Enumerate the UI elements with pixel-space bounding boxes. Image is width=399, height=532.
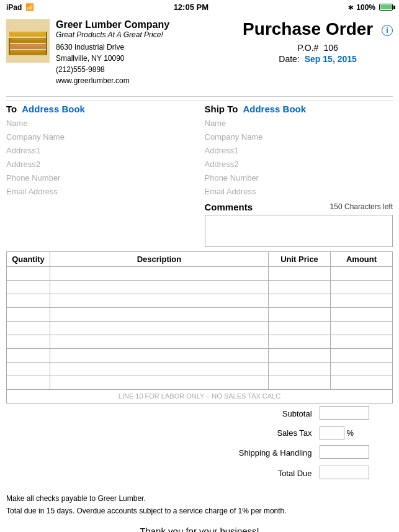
to-name-field[interactable]: Name (6, 117, 200, 130)
cell-amount-8[interactable] (331, 362, 393, 376)
to-company-field[interactable]: Company Name (6, 130, 200, 144)
cell-unit-2[interactable] (269, 280, 331, 294)
shipto-email-field[interactable]: Email Address (205, 185, 393, 199)
comments-block: Comments 150 Characters left (200, 202, 393, 249)
to-label: To (6, 104, 17, 114)
cell-unit-4[interactable] (269, 307, 331, 321)
cell-unit-5[interactable] (269, 321, 331, 335)
po-table: Quantity Description Unit Price Amount L… (6, 251, 393, 404)
comments-input[interactable] (205, 215, 393, 247)
cell-amount-6[interactable] (331, 335, 393, 348)
col-header-quantity: Quantity (7, 251, 50, 266)
table-row (7, 335, 393, 348)
cell-desc-1[interactable] (50, 266, 269, 280)
cell-amount-9[interactable] (331, 376, 393, 389)
cell-amount-2[interactable] (331, 280, 393, 294)
cell-unit-7[interactable] (269, 348, 331, 362)
comments-chars: 150 Characters left (330, 202, 393, 211)
table-row (7, 280, 393, 294)
cell-unit-6[interactable] (269, 335, 331, 348)
table-row (7, 362, 393, 376)
po-label: P.O.# (297, 43, 318, 53)
status-bar: iPad 📶 12:05 PM ∗ 100% (0, 0, 399, 14)
subtotal-input[interactable] (320, 406, 369, 420)
shipto-company-field[interactable]: Company Name (205, 130, 393, 144)
cell-desc-7[interactable] (50, 348, 269, 362)
cell-unit-8[interactable] (269, 362, 331, 376)
to-section: To Address Book Name Company Name Addres… (6, 101, 200, 202)
cell-qty-3[interactable] (7, 294, 50, 307)
info-icon[interactable]: i (382, 25, 393, 36)
svg-rect-1 (9, 38, 47, 43)
col-header-description: Description (50, 251, 269, 266)
table-row (7, 307, 393, 321)
col-header-amount: Amount (331, 251, 393, 266)
cell-qty-5[interactable] (7, 321, 50, 335)
cell-qty-8[interactable] (7, 362, 50, 376)
table-row (7, 266, 393, 280)
to-address1-field[interactable]: Address1 (6, 144, 200, 158)
status-left: iPad 📶 (6, 3, 34, 12)
cell-qty-6[interactable] (7, 335, 50, 348)
total-due-row: Total Due (207, 463, 393, 484)
total-due-input[interactable] (320, 466, 369, 479)
shipto-address-book-link[interactable]: Address Book (243, 104, 306, 114)
svg-rect-3 (9, 50, 47, 55)
subtotal-input-cell (316, 404, 393, 424)
date-label: Date: (279, 54, 299, 64)
cell-desc-8[interactable] (50, 362, 269, 376)
cell-qty-1[interactable] (7, 266, 50, 280)
cell-amount-7[interactable] (331, 348, 393, 362)
sales-tax-input[interactable] (320, 426, 344, 440)
to-address-book-link[interactable]: Address Book (22, 104, 85, 114)
mid-section: To Address Book Name Company Name Addres… (6, 101, 393, 202)
cell-desc-6[interactable] (50, 335, 269, 348)
table-row (7, 321, 393, 335)
to-header: To Address Book (6, 104, 200, 114)
cell-amount-4[interactable] (331, 307, 393, 321)
shipping-row: Shipping & Handling (207, 443, 393, 463)
comments-section: Comments 150 Characters left (6, 202, 393, 249)
cell-amount-5[interactable] (331, 321, 393, 335)
percent-symbol: % (347, 428, 354, 438)
to-phone-field[interactable]: Phone Number (6, 171, 200, 185)
cell-desc-5[interactable] (50, 321, 269, 335)
shipto-phone-field[interactable]: Phone Number (205, 171, 393, 185)
to-address2-field[interactable]: Address2 (6, 158, 200, 171)
po-date-row: Date: Sep 15, 2015 (243, 54, 393, 64)
cell-desc-3[interactable] (50, 294, 269, 307)
shipto-address1-field[interactable]: Address1 (205, 144, 393, 158)
cell-amount-1[interactable] (331, 266, 393, 280)
cell-unit-9[interactable] (269, 376, 331, 389)
to-email-field[interactable]: Email Address (6, 185, 200, 199)
shipto-address2-field[interactable]: Address2 (205, 158, 393, 171)
address-phone: (212)555-9898 (56, 65, 105, 74)
cell-qty-4[interactable] (7, 307, 50, 321)
cell-desc-4[interactable] (50, 307, 269, 321)
cell-qty-9[interactable] (7, 376, 50, 389)
total-due-label: Total Due (207, 463, 316, 484)
logo-svg (6, 19, 50, 63)
cell-qty-2[interactable] (7, 280, 50, 294)
carrier-label: iPad (6, 3, 22, 12)
status-right: ∗ 100% (347, 3, 393, 12)
page-content: Greer Lumber Company Great Products At A… (0, 14, 399, 532)
cell-qty-7[interactable] (7, 348, 50, 362)
cell-unit-3[interactable] (269, 294, 331, 307)
address-website: www.greerlumber.com (56, 76, 130, 85)
shipping-label: Shipping & Handling (207, 443, 316, 463)
cell-unit-1[interactable] (269, 266, 331, 280)
cell-desc-9[interactable] (50, 376, 269, 389)
svg-rect-4 (9, 32, 47, 37)
company-name: Greer Lumber Company (56, 19, 169, 30)
shipping-input[interactable] (320, 445, 369, 459)
cell-desc-2[interactable] (50, 280, 269, 294)
shipto-comments-section: Ship To Address Book Name Company Name A… (200, 101, 393, 202)
cell-amount-3[interactable] (331, 294, 393, 307)
company-logo (6, 19, 50, 63)
table-row (7, 348, 393, 362)
date-value: Sep 15, 2015 (305, 54, 357, 64)
totals-table: Subtotal Sales Tax % Shipping & Handling (207, 404, 393, 484)
shipping-input-cell (316, 443, 393, 463)
shipto-name-field[interactable]: Name (205, 117, 393, 130)
